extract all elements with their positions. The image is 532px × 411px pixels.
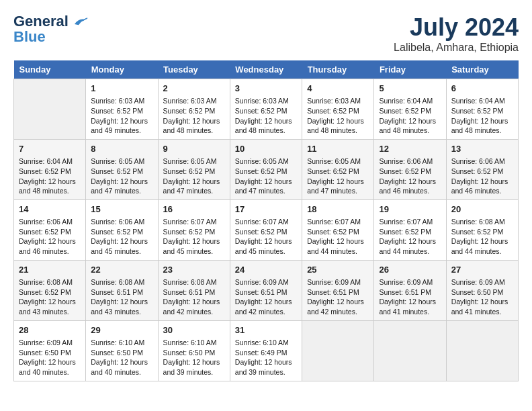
day-number: 31 <box>235 324 297 336</box>
calendar-cell: 16Sunrise: 6:07 AMSunset: 6:52 PMDayligh… <box>158 199 230 260</box>
cell-info: Sunrise: 6:07 AMSunset: 6:52 PMDaylight:… <box>379 217 441 257</box>
day-number: 12 <box>379 143 441 155</box>
logo-blue: Blue <box>13 28 46 46</box>
calendar-cell: 26Sunrise: 6:09 AMSunset: 6:51 PMDayligh… <box>374 260 446 320</box>
calendar-cell: 12Sunrise: 6:06 AMSunset: 6:52 PMDayligh… <box>374 139 446 199</box>
cell-info: Sunrise: 6:03 AMSunset: 6:52 PMDaylight:… <box>235 96 297 136</box>
cell-info: Sunrise: 6:04 AMSunset: 6:52 PMDaylight:… <box>379 96 441 136</box>
day-number: 21 <box>19 264 81 276</box>
day-number: 22 <box>91 264 152 276</box>
cell-info: Sunrise: 6:03 AMSunset: 6:52 PMDaylight:… <box>307 96 369 136</box>
day-number: 4 <box>307 83 369 95</box>
calendar-cell: 19Sunrise: 6:07 AMSunset: 6:52 PMDayligh… <box>374 199 446 260</box>
cell-info: Sunrise: 6:05 AMSunset: 6:52 PMDaylight:… <box>91 156 152 196</box>
cell-info: Sunrise: 6:06 AMSunset: 6:52 PMDaylight:… <box>379 156 441 196</box>
day-number: 17 <box>235 203 297 216</box>
calendar-cell: 3Sunrise: 6:03 AMSunset: 6:52 PMDaylight… <box>230 79 302 140</box>
cell-info: Sunrise: 6:06 AMSunset: 6:52 PMDaylight:… <box>91 217 152 257</box>
day-number: 19 <box>379 203 441 216</box>
cell-info: Sunrise: 6:04 AMSunset: 6:52 PMDaylight:… <box>451 96 513 136</box>
calendar-cell: 17Sunrise: 6:07 AMSunset: 6:52 PMDayligh… <box>230 199 302 260</box>
cell-info: Sunrise: 6:08 AMSunset: 6:52 PMDaylight:… <box>19 277 81 317</box>
day-number: 2 <box>163 83 225 95</box>
cell-info: Sunrise: 6:10 AMSunset: 6:49 PMDaylight:… <box>235 338 297 377</box>
day-number: 16 <box>163 203 225 216</box>
day-number: 25 <box>307 264 369 276</box>
cell-info: Sunrise: 6:05 AMSunset: 6:52 PMDaylight:… <box>307 156 369 196</box>
header-tuesday: Tuesday <box>158 60 230 79</box>
day-number: 29 <box>91 324 152 336</box>
calendar-cell: 7Sunrise: 6:04 AMSunset: 6:52 PMDaylight… <box>14 139 86 199</box>
calendar-week-row: 28Sunrise: 6:09 AMSunset: 6:50 PMDayligh… <box>14 320 519 381</box>
cell-info: Sunrise: 6:06 AMSunset: 6:52 PMDaylight:… <box>451 156 513 196</box>
cell-info: Sunrise: 6:07 AMSunset: 6:52 PMDaylight:… <box>163 217 225 257</box>
cell-info: Sunrise: 6:08 AMSunset: 6:51 PMDaylight:… <box>91 277 152 317</box>
header-friday: Friday <box>374 60 446 79</box>
calendar-header-row: SundayMondayTuesdayWednesdayThursdayFrid… <box>14 60 519 79</box>
calendar-cell: 25Sunrise: 6:09 AMSunset: 6:51 PMDayligh… <box>302 260 374 320</box>
cell-info: Sunrise: 6:09 AMSunset: 6:50 PMDaylight:… <box>19 338 81 377</box>
calendar-cell: 2Sunrise: 6:03 AMSunset: 6:52 PMDaylight… <box>158 79 230 140</box>
calendar-cell: 29Sunrise: 6:10 AMSunset: 6:50 PMDayligh… <box>86 320 158 381</box>
calendar-cell: 24Sunrise: 6:09 AMSunset: 6:51 PMDayligh… <box>230 260 302 320</box>
cell-info: Sunrise: 6:10 AMSunset: 6:50 PMDaylight:… <box>163 338 225 377</box>
day-number: 23 <box>163 264 225 276</box>
logo-general: General <box>13 13 89 30</box>
calendar-cell: 15Sunrise: 6:06 AMSunset: 6:52 PMDayligh… <box>86 199 158 260</box>
cell-info: Sunrise: 6:08 AMSunset: 6:51 PMDaylight:… <box>163 277 225 317</box>
day-number: 28 <box>19 324 81 336</box>
calendar-cell: 18Sunrise: 6:07 AMSunset: 6:52 PMDayligh… <box>302 199 374 260</box>
calendar-week-row: 14Sunrise: 6:06 AMSunset: 6:52 PMDayligh… <box>14 199 519 260</box>
day-number: 26 <box>379 264 441 276</box>
cell-info: Sunrise: 6:09 AMSunset: 6:51 PMDaylight:… <box>235 277 297 317</box>
cell-info: Sunrise: 6:04 AMSunset: 6:52 PMDaylight:… <box>19 156 81 196</box>
cell-info: Sunrise: 6:03 AMSunset: 6:52 PMDaylight:… <box>91 96 152 136</box>
calendar-cell: 4Sunrise: 6:03 AMSunset: 6:52 PMDaylight… <box>302 79 374 140</box>
calendar-cell: 13Sunrise: 6:06 AMSunset: 6:52 PMDayligh… <box>446 139 518 199</box>
cell-info: Sunrise: 6:10 AMSunset: 6:50 PMDaylight:… <box>91 338 152 377</box>
calendar-cell: 23Sunrise: 6:08 AMSunset: 6:51 PMDayligh… <box>158 260 230 320</box>
calendar-cell: 9Sunrise: 6:05 AMSunset: 6:52 PMDaylight… <box>158 139 230 199</box>
calendar-cell: 21Sunrise: 6:08 AMSunset: 6:52 PMDayligh… <box>14 260 86 320</box>
day-number: 11 <box>307 143 369 155</box>
day-number: 14 <box>19 203 81 216</box>
day-number: 30 <box>163 324 225 336</box>
cell-info: Sunrise: 6:09 AMSunset: 6:50 PMDaylight:… <box>451 277 513 317</box>
header-thursday: Thursday <box>302 60 374 79</box>
calendar-cell: 6Sunrise: 6:04 AMSunset: 6:52 PMDaylight… <box>446 79 518 140</box>
calendar-week-row: 7Sunrise: 6:04 AMSunset: 6:52 PMDaylight… <box>14 139 519 199</box>
header-wednesday: Wednesday <box>230 60 302 79</box>
header-saturday: Saturday <box>446 60 518 79</box>
calendar-cell <box>14 79 86 140</box>
day-number: 8 <box>91 143 152 155</box>
day-number: 3 <box>235 83 297 95</box>
title-section: July 2024 Lalibela, Amhara, Ethiopia <box>394 13 519 54</box>
month-year-title: July 2024 <box>394 13 519 42</box>
logo: General Blue <box>13 13 89 46</box>
calendar-week-row: 21Sunrise: 6:08 AMSunset: 6:52 PMDayligh… <box>14 260 519 320</box>
calendar-cell <box>374 320 446 381</box>
day-number: 18 <box>307 203 369 216</box>
cell-info: Sunrise: 6:05 AMSunset: 6:52 PMDaylight:… <box>235 156 297 196</box>
day-number: 13 <box>451 143 513 155</box>
header-sunday: Sunday <box>14 60 86 79</box>
cell-info: Sunrise: 6:03 AMSunset: 6:52 PMDaylight:… <box>163 96 225 136</box>
calendar-cell: 1Sunrise: 6:03 AMSunset: 6:52 PMDaylight… <box>86 79 158 140</box>
calendar-cell: 22Sunrise: 6:08 AMSunset: 6:51 PMDayligh… <box>86 260 158 320</box>
calendar-cell: 11Sunrise: 6:05 AMSunset: 6:52 PMDayligh… <box>302 139 374 199</box>
day-number: 6 <box>451 83 513 95</box>
cell-info: Sunrise: 6:08 AMSunset: 6:52 PMDaylight:… <box>451 217 513 257</box>
calendar-cell: 20Sunrise: 6:08 AMSunset: 6:52 PMDayligh… <box>446 199 518 260</box>
cell-info: Sunrise: 6:09 AMSunset: 6:51 PMDaylight:… <box>307 277 369 317</box>
day-number: 10 <box>235 143 297 155</box>
day-number: 5 <box>379 83 441 95</box>
calendar-cell: 28Sunrise: 6:09 AMSunset: 6:50 PMDayligh… <box>14 320 86 381</box>
calendar-cell: 8Sunrise: 6:05 AMSunset: 6:52 PMDaylight… <box>86 139 158 199</box>
logo-bird-icon <box>73 16 89 28</box>
cell-info: Sunrise: 6:05 AMSunset: 6:52 PMDaylight:… <box>163 156 225 196</box>
calendar-cell: 30Sunrise: 6:10 AMSunset: 6:50 PMDayligh… <box>158 320 230 381</box>
day-number: 27 <box>451 264 513 276</box>
day-number: 20 <box>451 203 513 216</box>
cell-info: Sunrise: 6:07 AMSunset: 6:52 PMDaylight:… <box>307 217 369 257</box>
page-header: General Blue July 2024 Lalibela, Amhara,… <box>13 13 519 54</box>
